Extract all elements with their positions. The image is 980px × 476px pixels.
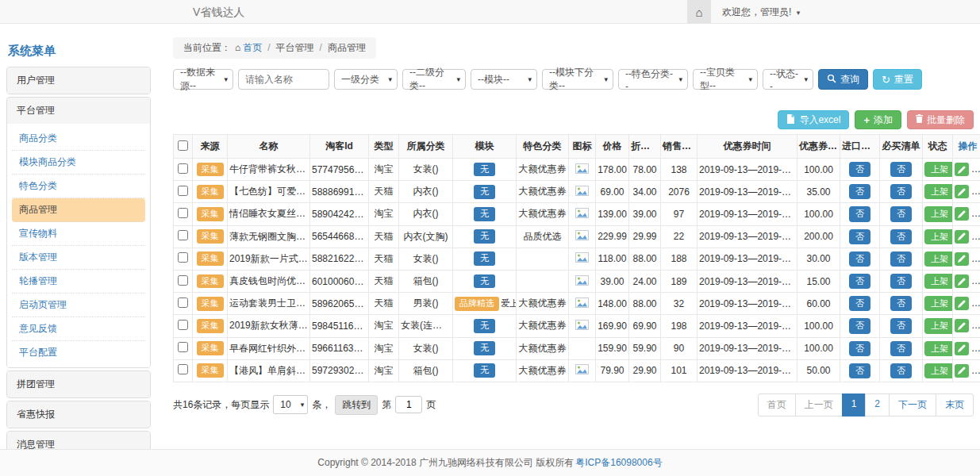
row-checkbox-cell	[174, 181, 193, 203]
row-checkbox[interactable]	[178, 298, 188, 308]
select-all-checkbox[interactable]	[178, 140, 188, 151]
row-checkbox[interactable]	[178, 230, 188, 240]
sidebar-item-version-management[interactable]: 版本管理	[12, 246, 145, 270]
jump-button[interactable]: 跳转到	[335, 395, 378, 415]
sidebar-item-promo-materials[interactable]: 宣传物料	[12, 222, 145, 246]
import-excel-button[interactable]: 导入excel	[778, 110, 849, 129]
breadcrumb-home-link[interactable]: 首页	[243, 42, 262, 53]
must-buy-toggle[interactable]: 否	[890, 274, 912, 289]
filter-select-item-type[interactable]: --宝贝类型--▾	[693, 69, 758, 90]
edit-button[interactable]	[955, 342, 969, 355]
filter-select-module[interactable]: --模块--▾	[471, 69, 537, 90]
filter-select-value: 一级分类	[341, 73, 379, 86]
sidebar-section-platform-management[interactable]: 平台管理	[7, 98, 150, 124]
row-checkbox[interactable]	[178, 364, 188, 374]
import-pick-toggle[interactable]: 否	[849, 274, 870, 289]
sidebar-item-product-management[interactable]: 商品管理	[12, 198, 145, 222]
sidebar-item-splash-page-management[interactable]: 启动页管理	[12, 294, 145, 317]
edit-button[interactable]	[955, 364, 969, 378]
jump-page-input[interactable]	[395, 396, 422, 413]
filter-select-level1-category[interactable]: 一级分类▾	[334, 69, 398, 90]
edit-button[interactable]	[955, 297, 969, 310]
row-checkbox[interactable]	[178, 342, 188, 352]
must-buy-toggle[interactable]: 否	[890, 341, 912, 356]
status-button[interactable]: 上架	[924, 318, 953, 333]
sidebar-item-platform-config[interactable]: 平台配置	[12, 341, 145, 364]
status-button[interactable]: 上架	[924, 162, 953, 177]
edit-button[interactable]	[955, 207, 969, 221]
status-cell: 上架	[923, 248, 953, 270]
edit-button[interactable]	[955, 163, 969, 176]
must-buy-toggle[interactable]: 否	[890, 206, 912, 221]
import-pick-toggle[interactable]: 否	[849, 229, 870, 244]
import-pick-toggle[interactable]: 否	[849, 341, 870, 356]
filter-select-feature-category[interactable]: --特色分类--▾	[618, 69, 688, 90]
import-pick-toggle[interactable]: 否	[849, 206, 870, 221]
user-menu[interactable]: 欢迎您，管理员! ▾	[722, 6, 800, 19]
edit-button[interactable]	[955, 185, 969, 198]
product-category: 女装()	[399, 159, 453, 181]
page-next-button[interactable]: 下一页	[889, 393, 936, 416]
status-button[interactable]: 上架	[924, 184, 953, 199]
must-buy-toggle[interactable]: 否	[890, 363, 912, 378]
sidebar-item-carousel-management[interactable]: 轮播管理	[12, 270, 145, 294]
must-buy-toggle[interactable]: 否	[890, 162, 912, 177]
filter-select-level2-category[interactable]: --二级分类--▾	[402, 69, 466, 90]
sidebar-item-feature-category[interactable]: 特色分类	[12, 175, 145, 198]
row-checkbox[interactable]	[178, 275, 188, 286]
sidebar-item-module-product-category[interactable]: 模块商品分类	[12, 151, 145, 175]
feature-category: 大额优惠券	[517, 181, 569, 203]
edit-button[interactable]	[955, 230, 969, 244]
edit-button[interactable]	[955, 319, 969, 332]
breadcrumb-item: 商品管理	[328, 42, 366, 53]
status-button[interactable]: 上架	[924, 251, 953, 267]
import-pick-toggle[interactable]: 否	[849, 162, 870, 177]
must-buy-toggle[interactable]: 否	[890, 296, 912, 311]
sidebar-section-savings-express[interactable]: 省惠快报	[7, 401, 150, 428]
sidebar-section-groupbuy-management[interactable]: 拼团管理	[7, 371, 150, 397]
home-button[interactable]: ⌂	[687, 0, 711, 24]
sidebar-item-feedback[interactable]: 意见反馈	[12, 317, 145, 341]
sidebar-section-user-management[interactable]: 用户管理	[7, 67, 150, 94]
page-1-button[interactable]: 1	[842, 393, 867, 416]
sidebar-item-product-category[interactable]: 商品分类	[12, 127, 145, 151]
status-button[interactable]: 上架	[924, 206, 953, 221]
import-pick-toggle[interactable]: 否	[849, 296, 870, 311]
status-button[interactable]: 上架	[924, 229, 953, 244]
page-2-button[interactable]: 2	[865, 393, 890, 416]
search-button[interactable]: 查询	[818, 69, 868, 90]
must-buy-toggle[interactable]: 否	[890, 229, 912, 244]
sidebar-panel-savings-express: 省惠快报	[6, 401, 151, 428]
batch-delete-button[interactable]: 批量删除	[907, 110, 974, 129]
must-buy-toggle[interactable]: 否	[890, 251, 912, 267]
import-pick-toggle[interactable]: 否	[849, 318, 870, 333]
add-button[interactable]: + 添加	[855, 110, 901, 129]
filter-select-status[interactable]: --状态--▾	[763, 69, 813, 90]
must-buy-toggle[interactable]: 否	[890, 184, 912, 199]
filter-select-data-source[interactable]: --数据来源--▾	[173, 69, 233, 90]
row-checkbox[interactable]	[178, 186, 188, 196]
name-search-input[interactable]	[238, 69, 329, 90]
status-button[interactable]: 上架	[924, 274, 953, 289]
status-button[interactable]: 上架	[924, 363, 953, 378]
import-pick-toggle[interactable]: 否	[849, 363, 870, 378]
edit-button[interactable]	[955, 274, 969, 288]
import-pick-toggle[interactable]: 否	[849, 251, 870, 267]
edit-button[interactable]	[955, 252, 969, 266]
reset-button[interactable]: ↻重置	[873, 69, 922, 90]
page-first-button[interactable]: 首页	[758, 393, 796, 416]
status-button[interactable]: 上架	[924, 341, 953, 356]
row-checkbox[interactable]	[178, 252, 188, 263]
must-buy-toggle[interactable]: 否	[890, 318, 912, 333]
status-button[interactable]: 上架	[924, 296, 953, 311]
import-pick-toggle[interactable]: 否	[849, 184, 870, 199]
row-checkbox[interactable]	[178, 208, 188, 218]
page-prev-button[interactable]: 上一页	[795, 393, 843, 416]
page-last-button[interactable]: 末页	[936, 393, 974, 416]
row-checkbox[interactable]	[178, 320, 188, 330]
row-checkbox[interactable]	[178, 163, 188, 174]
sidebar: 系统菜单 用户管理平台管理商品分类模块商品分类特色分类商品管理宣传物料版本管理轮…	[6, 44, 151, 476]
icp-link[interactable]: 粤ICP备16098006号	[575, 456, 662, 470]
filter-select-module-subcategory[interactable]: --模块下分类--▾	[542, 69, 613, 90]
per-page-select[interactable]: 10 ▾	[273, 395, 308, 414]
